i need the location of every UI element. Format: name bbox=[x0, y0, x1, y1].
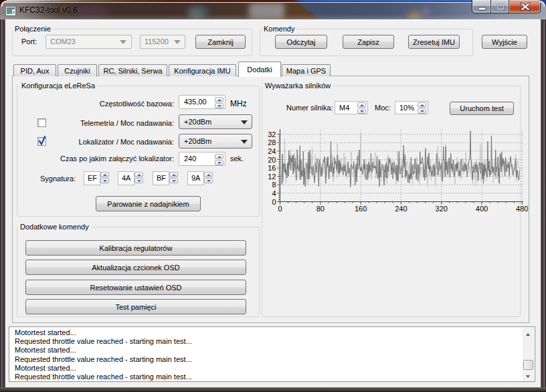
svg-text:480: 480 bbox=[516, 205, 528, 213]
svg-text:28: 28 bbox=[268, 138, 276, 146]
svg-text:80: 80 bbox=[316, 205, 325, 213]
svg-text:400: 400 bbox=[476, 205, 488, 213]
svg-text:24: 24 bbox=[268, 147, 276, 155]
svg-text:4: 4 bbox=[272, 189, 276, 197]
svg-text:16: 16 bbox=[268, 164, 276, 172]
svg-text:8: 8 bbox=[272, 181, 276, 189]
svg-text:32: 32 bbox=[268, 130, 276, 138]
svg-text:320: 320 bbox=[436, 205, 448, 213]
svg-text:160: 160 bbox=[355, 205, 367, 213]
svg-text:20: 20 bbox=[268, 156, 276, 164]
svg-text:12: 12 bbox=[268, 173, 276, 181]
svg-text:0: 0 bbox=[272, 198, 276, 206]
svg-text:0: 0 bbox=[278, 205, 282, 213]
svg-text:240: 240 bbox=[395, 205, 407, 213]
